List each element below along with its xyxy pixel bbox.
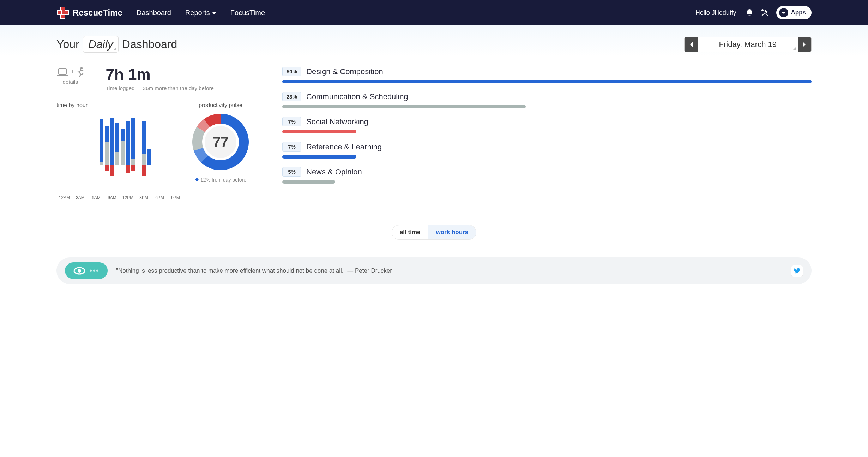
hour-bar[interactable] xyxy=(94,112,99,179)
tweet-button[interactable] xyxy=(791,265,803,277)
eye-icon xyxy=(73,267,85,275)
hour-bar[interactable] xyxy=(109,112,115,179)
tools-icon[interactable] xyxy=(761,8,769,17)
category-name: Communication & Scheduling xyxy=(306,92,408,101)
category-row[interactable]: 7%Reference & Learning xyxy=(282,142,812,159)
chevron-down-icon xyxy=(212,9,216,17)
hour-bar[interactable] xyxy=(141,112,146,179)
hour-tick-label: 6AM xyxy=(88,195,104,200)
left-column: + details 7h 1m Time logged — 36m more t… xyxy=(56,67,261,200)
category-row[interactable]: 7%Social Networking xyxy=(282,117,812,133)
hour-bar[interactable] xyxy=(104,112,109,179)
category-row[interactable]: 23%Communication & Scheduling xyxy=(282,92,812,108)
hour-bar[interactable] xyxy=(157,112,162,179)
quote-text: "Nothing is less productive than to make… xyxy=(116,267,783,274)
main-content: + details 7h 1m Time logged — 36m more t… xyxy=(0,56,868,214)
period-selector[interactable]: Daily xyxy=(83,36,119,53)
logo-cross-icon xyxy=(56,6,69,19)
svg-point-2 xyxy=(762,10,763,11)
time-by-hour-chart: time by hour 12AM3AM6AM9AM12PM3PM6PM9PM xyxy=(56,102,183,200)
arrow-up-icon xyxy=(195,177,199,183)
time-subtext: Time logged — 36m more than the day befo… xyxy=(106,85,214,91)
toggle-work-hours[interactable]: work hours xyxy=(428,225,476,239)
pulse-title: productivity pulse xyxy=(191,102,251,108)
details-link[interactable]: + details xyxy=(56,67,84,85)
hour-bar[interactable] xyxy=(136,112,141,179)
topbar-right: Hello Jilleduffy! Apps xyxy=(695,6,812,19)
category-percent: 50% xyxy=(282,67,301,76)
category-percent: 5% xyxy=(282,167,301,177)
brand-logo[interactable]: RescueTime xyxy=(56,6,122,19)
hour-bar[interactable] xyxy=(173,112,178,179)
category-bar xyxy=(282,155,356,159)
category-bar xyxy=(282,180,335,184)
divider xyxy=(95,67,95,91)
hour-bar[interactable] xyxy=(178,112,183,179)
hour-tick-label: 12AM xyxy=(56,195,72,200)
title-your: Your xyxy=(56,38,79,51)
bell-icon[interactable] xyxy=(745,8,754,17)
nav-reports[interactable]: Reports xyxy=(185,9,216,17)
hour-bar[interactable] xyxy=(56,112,62,179)
category-row[interactable]: 50%Design & Composition xyxy=(282,67,812,83)
hour-bar[interactable] xyxy=(83,112,88,179)
hour-bar[interactable] xyxy=(88,112,94,179)
hour-bar[interactable] xyxy=(152,112,157,179)
svg-rect-3 xyxy=(59,69,66,74)
nav-dashboard-label: Dashboard xyxy=(137,9,171,17)
hour-bar[interactable] xyxy=(168,112,173,179)
running-person-icon xyxy=(76,67,84,77)
nav-focustime[interactable]: FocusTime xyxy=(230,9,265,17)
svg-rect-4 xyxy=(57,75,68,76)
apps-button[interactable]: Apps xyxy=(776,6,812,19)
categories-list: 50%Design & Composition23%Communication … xyxy=(282,67,812,200)
toggle-all-time[interactable]: all time xyxy=(392,225,428,239)
hour-tick-label: 3PM xyxy=(136,195,152,200)
category-percent: 23% xyxy=(282,92,301,101)
pulse-value: 77 xyxy=(203,125,238,159)
laptop-icon xyxy=(56,67,69,77)
hour-tick-label: 3AM xyxy=(72,195,88,200)
hour-tick-label: 6PM xyxy=(152,195,168,200)
hour-bar[interactable] xyxy=(120,112,125,179)
category-name: Reference & Learning xyxy=(306,142,382,152)
greeting: Hello Jilleduffy! xyxy=(695,9,738,17)
date-prev-button[interactable] xyxy=(685,37,698,52)
apps-label: Apps xyxy=(791,9,806,16)
date-next-button[interactable] xyxy=(798,37,811,52)
hour-bar[interactable] xyxy=(125,112,131,179)
hour-bar[interactable] xyxy=(67,112,72,179)
hour-bar[interactable] xyxy=(146,112,152,179)
pulse-delta-text: 12% from day before xyxy=(200,177,246,183)
category-percent: 7% xyxy=(282,142,301,152)
page-title: Your Daily Dashboard xyxy=(56,36,177,53)
twitter-icon xyxy=(794,268,800,274)
hour-chart-canvas[interactable] xyxy=(56,112,183,179)
category-bar xyxy=(282,80,812,83)
hour-tick-label: 9PM xyxy=(168,195,183,200)
pulse-donut[interactable]: 77 xyxy=(191,112,251,172)
topbar: RescueTime Dashboard Reports FocusTime H… xyxy=(0,0,868,25)
date-navigator: Friday, March 19 xyxy=(684,37,812,52)
svg-rect-1 xyxy=(61,14,65,15)
hour-bar[interactable] xyxy=(162,112,168,179)
plus-icon: + xyxy=(71,69,74,76)
date-display[interactable]: Friday, March 19 xyxy=(698,37,798,52)
total-time: 7h 1m xyxy=(106,67,214,82)
insights-button[interactable]: ••• xyxy=(65,262,108,279)
dots-icon: ••• xyxy=(90,267,99,275)
hour-bar[interactable] xyxy=(72,112,78,179)
time-scope-toggle: all time work hours xyxy=(0,225,868,240)
category-row[interactable]: 5%News & Opinion xyxy=(282,167,812,184)
hour-chart-title: time by hour xyxy=(56,102,183,108)
productivity-pulse-chart: productivity pulse 77 12% from day befor… xyxy=(191,102,251,200)
hour-bar[interactable] xyxy=(131,112,136,179)
hour-bar[interactable] xyxy=(99,112,104,179)
nav-dashboard[interactable]: Dashboard xyxy=(137,9,171,17)
svg-point-5 xyxy=(80,67,83,69)
hour-bar[interactable] xyxy=(78,112,83,179)
hour-bar[interactable] xyxy=(62,112,67,179)
svg-point-7 xyxy=(78,269,81,273)
category-name: Social Networking xyxy=(306,117,368,126)
hour-bar[interactable] xyxy=(115,112,120,179)
